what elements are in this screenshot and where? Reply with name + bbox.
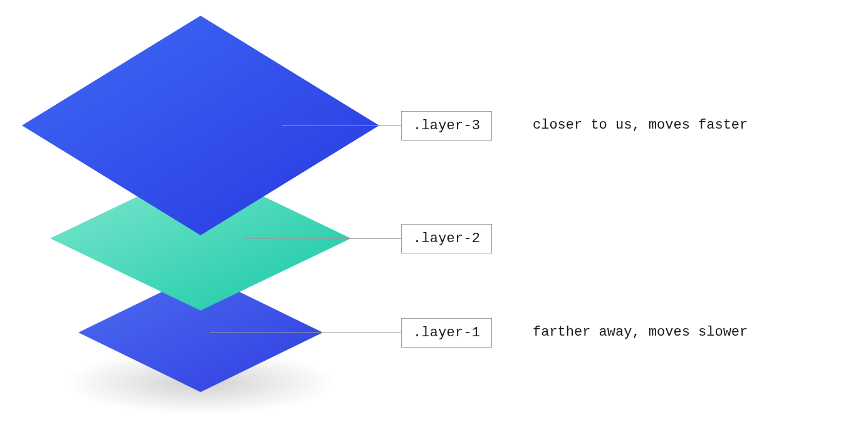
label-pill-layer-2: .layer-2: [401, 224, 492, 253]
connector-layer-3: [282, 125, 401, 126]
connector-layer-2: [244, 238, 401, 239]
description-layer-1: farther away, moves slower: [533, 324, 748, 340]
label-pill-layer-1: .layer-1: [401, 318, 492, 348]
connector-layer-1: [210, 332, 401, 333]
label-text-layer-1: .layer-1: [413, 325, 480, 341]
parallax-layer-diagram: .layer-3 closer to us, moves faster .lay…: [0, 0, 868, 436]
description-layer-3: closer to us, moves faster: [533, 117, 748, 133]
label-text-layer-2: .layer-2: [413, 231, 480, 247]
label-pill-layer-3: .layer-3: [401, 111, 492, 141]
label-text-layer-3: .layer-3: [413, 118, 480, 134]
stacked-layers-svg: [0, 0, 868, 436]
